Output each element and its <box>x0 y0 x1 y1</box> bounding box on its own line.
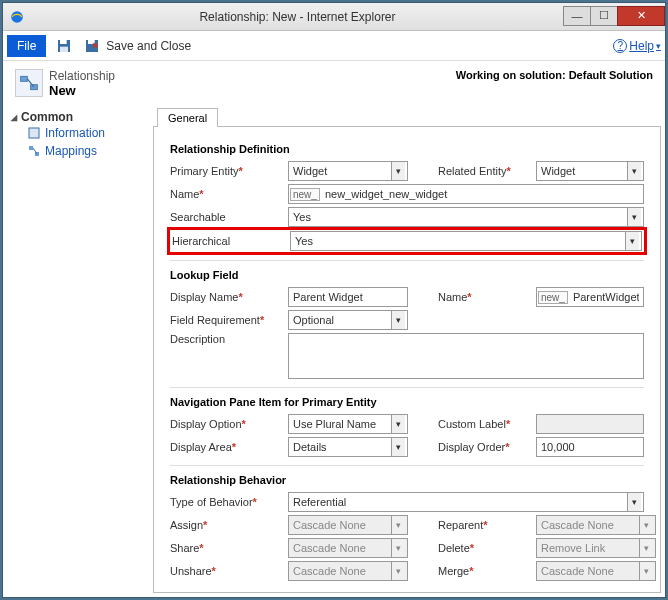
save-and-close-button[interactable]: Save and Close <box>106 39 191 53</box>
ie-icon <box>9 9 25 25</box>
lookup-name-wrap: new_ <box>536 287 644 307</box>
chevron-down-icon: ▾ <box>639 562 653 580</box>
hierarchical-label: Hierarchical <box>172 235 282 247</box>
chevron-down-icon: ▾ <box>391 162 405 180</box>
custom-label-input <box>536 414 644 434</box>
svg-rect-6 <box>21 76 28 81</box>
maximize-button[interactable]: ☐ <box>590 6 618 26</box>
description-label: Description <box>170 333 280 345</box>
sidebar-item-label: Mappings <box>45 144 97 158</box>
help-icon: ? <box>613 39 627 53</box>
name-label: Name <box>170 188 280 200</box>
sidebar-item-label: Information <box>45 126 105 140</box>
primary-entity-select[interactable]: Widget▾ <box>288 161 408 181</box>
field-req-label: Field Requirement <box>170 314 280 326</box>
window-title: Relationship: New - Internet Explorer <box>31 10 564 24</box>
chevron-down-icon: ▾ <box>656 41 661 51</box>
display-option-label: Display Option <box>170 418 280 430</box>
svg-rect-2 <box>60 40 67 44</box>
lookup-name-label: Name <box>438 291 528 303</box>
help-link[interactable]: ? Help ▾ <box>613 39 661 53</box>
lookup-name-input[interactable] <box>569 288 643 306</box>
chevron-down-icon: ▾ <box>391 438 405 456</box>
reparent-label: Reparent <box>438 519 528 531</box>
reparent-select: Cascade None▾ <box>536 515 656 535</box>
form-panel: Relationship Definition Primary Entity W… <box>153 126 661 593</box>
assign-select: Cascade None▾ <box>288 515 408 535</box>
delete-select: Remove Link▾ <box>536 538 656 558</box>
section-behavior: Relationship Behavior <box>170 474 644 486</box>
delete-label: Delete <box>438 542 528 554</box>
sidebar-item-information[interactable]: Information <box>11 124 145 142</box>
hierarchical-select[interactable]: Yes▾ <box>290 231 642 251</box>
page-title: New <box>49 83 115 98</box>
info-icon <box>27 126 41 140</box>
file-menu[interactable]: File <box>7 35 46 57</box>
help-label: Help <box>629 39 654 53</box>
merge-label: Merge <box>438 565 528 577</box>
svg-rect-9 <box>29 128 39 138</box>
name-input-wrap: new_ <box>288 184 644 204</box>
display-name-label: Display Name <box>170 291 280 303</box>
chevron-down-icon: ▾ <box>391 539 405 557</box>
lookup-name-prefix: new_ <box>538 291 568 304</box>
svg-rect-3 <box>60 46 68 51</box>
solution-label: Working on solution: Default Solution <box>456 69 653 81</box>
display-area-select[interactable]: Details▾ <box>288 437 408 457</box>
related-entity-label: Related Entity <box>438 165 528 177</box>
title-bar: Relationship: New - Internet Explorer — … <box>3 3 665 31</box>
field-req-select[interactable]: Optional▾ <box>288 310 408 330</box>
sidebar-common[interactable]: Common <box>11 110 145 124</box>
chevron-down-icon: ▾ <box>627 493 641 511</box>
tabs: General <box>153 104 665 126</box>
mappings-icon <box>27 144 41 158</box>
primary-entity-label: Primary Entity <box>170 165 280 177</box>
share-select: Cascade None▾ <box>288 538 408 558</box>
chevron-down-icon: ▾ <box>627 208 641 226</box>
chevron-down-icon: ▾ <box>627 162 641 180</box>
unshare-label: Unshare <box>170 565 280 577</box>
chevron-down-icon: ▾ <box>391 562 405 580</box>
share-label: Share <box>170 542 280 554</box>
svg-rect-10 <box>29 146 33 150</box>
chevron-down-icon: ▾ <box>391 516 405 534</box>
section-nav: Navigation Pane Item for Primary Entity <box>170 396 644 408</box>
name-prefix: new_ <box>290 188 320 201</box>
minimize-button[interactable]: — <box>563 6 591 26</box>
sidebar-item-mappings[interactable]: Mappings <box>11 142 145 160</box>
searchable-label: Searchable <box>170 211 280 223</box>
custom-label-label: Custom Label <box>438 418 528 430</box>
type-behavior-select[interactable]: Referential▾ <box>288 492 644 512</box>
display-order-label: Display Order <box>438 441 528 453</box>
description-input[interactable] <box>288 333 644 379</box>
tab-general[interactable]: General <box>157 108 218 127</box>
unshare-select: Cascade None▾ <box>288 561 408 581</box>
display-order-input[interactable] <box>536 437 644 457</box>
chevron-down-icon: ▾ <box>639 539 653 557</box>
display-area-label: Display Area <box>170 441 280 453</box>
chevron-down-icon: ▾ <box>391 311 405 329</box>
assign-label: Assign <box>170 519 280 531</box>
sidebar: Common Information Mappings <box>3 104 153 597</box>
toolbar: File Save and Close ? Help ▾ <box>3 31 665 61</box>
close-button[interactable]: ✕ <box>617 6 665 26</box>
related-entity-select[interactable]: Widget▾ <box>536 161 644 181</box>
merge-select: Cascade None▾ <box>536 561 656 581</box>
page-header: Relationship New Working on solution: De… <box>3 61 665 104</box>
name-input[interactable] <box>321 185 643 203</box>
display-name-input[interactable] <box>288 287 408 307</box>
section-rel-def: Relationship Definition <box>170 143 644 155</box>
section-lookup: Lookup Field <box>170 269 644 281</box>
searchable-select[interactable]: Yes▾ <box>288 207 644 227</box>
chevron-down-icon: ▾ <box>391 415 405 433</box>
display-option-select[interactable]: Use Plural Name▾ <box>288 414 408 434</box>
chevron-down-icon: ▾ <box>639 516 653 534</box>
chevron-down-icon: ▾ <box>625 232 639 250</box>
save-close-icon[interactable] <box>82 36 102 56</box>
type-behavior-label: Type of Behavior <box>170 496 280 508</box>
breadcrumb: Relationship <box>49 69 115 83</box>
entity-icon <box>15 69 43 97</box>
save-icon[interactable] <box>54 36 74 56</box>
